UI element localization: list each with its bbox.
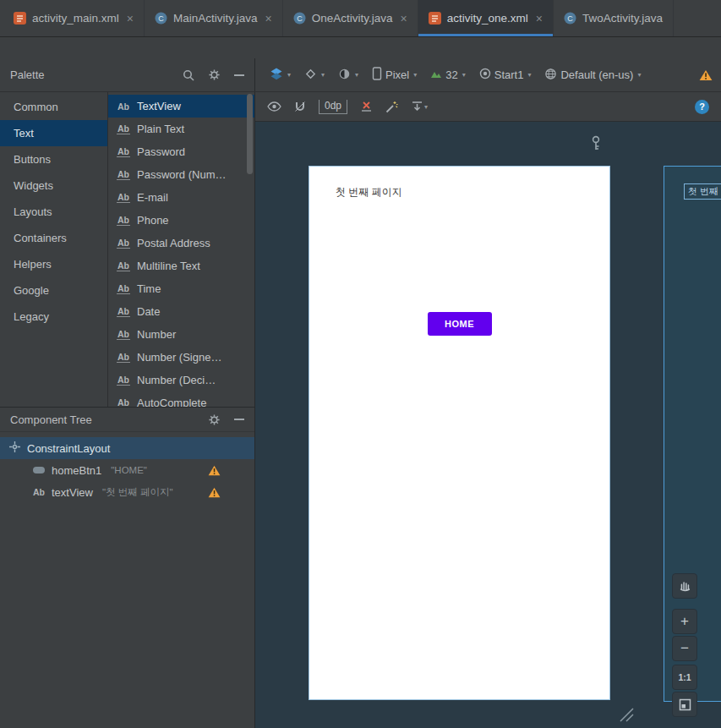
palette-item-time[interactable]: AbTime (108, 277, 254, 300)
minimize-icon[interactable] (234, 74, 244, 76)
palette-category-widgets[interactable]: Widgets (0, 172, 107, 199)
gear-icon[interactable] (209, 69, 220, 80)
warning-icon[interactable] (699, 69, 713, 81)
device-screen-canvas[interactable]: 첫 번째 페이지 HOME (309, 166, 610, 700)
palette-item-date[interactable]: AbDate (108, 300, 254, 323)
palette-category-text[interactable]: Text (0, 120, 107, 146)
api-level-icon (430, 68, 442, 81)
palette-item-label: Postal Address (137, 237, 210, 249)
component-tree: ConstraintLayout homeBtn1 "HOME" Ab text… (0, 432, 254, 728)
theme-icon (479, 68, 491, 82)
clear-constraints-icon[interactable] (360, 101, 373, 112)
textfield-icon: Ab (117, 215, 130, 226)
palette-category-containers[interactable]: Containers (0, 225, 107, 251)
header-row: Palette ▾ ▾ ▾ Pixel ▾ (0, 58, 721, 92)
palette-item-email[interactable]: AbE-mail (108, 186, 254, 209)
textfield-icon: Ab (117, 101, 130, 112)
design-surface[interactable]: 첫 번째 페이지 HOME 첫 번째 + − 1:1 (255, 122, 721, 728)
view-options-icon[interactable] (267, 101, 281, 112)
java-class-icon: C (564, 12, 576, 25)
textfield-icon: Ab (117, 169, 130, 180)
tab-label: activity_one.xml (447, 12, 528, 25)
textfield-icon: Ab (117, 329, 130, 340)
chevron-down-icon: ▾ (527, 71, 531, 79)
design-area: 0dp ▾ ? 첫 번째 페이지 HOME 첫 번째 + − (255, 92, 721, 728)
palette-category-common[interactable]: Common (0, 94, 107, 120)
orientation-selector[interactable]: ▾ (298, 65, 330, 85)
device-selector[interactable]: Pixel ▾ (366, 64, 423, 85)
tree-node-label: ConstraintLayout (27, 442, 110, 455)
tab-mainactivity-java[interactable]: C MainActivity.java × (145, 0, 283, 36)
close-icon[interactable]: × (265, 13, 272, 25)
palette-item-label: Number (Deci… (137, 374, 216, 386)
palette-item-number-signed[interactable]: AbNumber (Signe… (108, 346, 254, 369)
palette-item-number[interactable]: AbNumber (108, 323, 254, 346)
textfield-icon: Ab (117, 238, 130, 249)
palette-category-layouts[interactable]: Layouts (0, 199, 107, 225)
zoom-reset-button[interactable]: 1:1 (672, 665, 697, 690)
palette-category-buttons[interactable]: Buttons (0, 146, 107, 172)
zoom-out-button[interactable]: − (672, 636, 697, 661)
blueprint-textview[interactable]: 첫 번째 (684, 183, 721, 200)
default-margin-selector[interactable]: 0dp (319, 100, 347, 114)
chevron-down-icon: ▾ (355, 71, 358, 79)
locale-label: Default (en-us) (560, 68, 633, 81)
zoom-fit-button[interactable] (672, 692, 697, 717)
palette-item-label: E-mail (137, 191, 168, 204)
pack-align-icon[interactable]: ▾ (411, 101, 428, 112)
help-button[interactable]: ? (695, 100, 709, 114)
palette-scrollbar[interactable] (247, 94, 253, 174)
chevron-down-icon: ▾ (637, 71, 641, 79)
palette-item-phone[interactable]: AbPhone (108, 209, 254, 232)
palette-item-multiline-text[interactable]: AbMultiline Text (108, 255, 254, 277)
night-mode-selector[interactable]: ▾ (332, 65, 364, 85)
palette-item-label: AutoComplete (137, 397, 206, 407)
tab-activity-main-xml[interactable]: activity_main.xml × (3, 0, 145, 36)
palette-item-password-numeric[interactable]: AbPassword (Num… (108, 163, 254, 186)
palette-item-password[interactable]: AbPassword (108, 140, 254, 163)
pan-hand-button[interactable] (672, 573, 697, 599)
resize-handle[interactable] (615, 703, 634, 725)
tree-node-textview[interactable]: Ab textView "첫 번째 페이지" (0, 481, 254, 503)
palette-item-label: Number (Signe… (137, 351, 221, 364)
palette-item-textview[interactable]: AbTextView (108, 95, 254, 118)
tab-label: OneActivity.java (312, 12, 393, 25)
surface-selector[interactable]: ▾ (264, 64, 297, 85)
layers-icon (270, 67, 283, 83)
warning-icon (208, 465, 221, 476)
close-icon[interactable]: × (127, 13, 134, 25)
tab-label: MainActivity.java (173, 12, 258, 25)
palette-item-autocomplete[interactable]: AbAutoComplete (108, 391, 254, 407)
palette-item-plain-text[interactable]: AbPlain Text (108, 118, 254, 140)
tab-activity-one-xml[interactable]: activity_one.xml × (418, 0, 554, 36)
zoom-in-button[interactable]: + (672, 609, 697, 634)
close-icon[interactable]: × (536, 13, 543, 25)
autoconnect-icon[interactable] (294, 101, 306, 112)
locale-selector[interactable]: Default (en-us) ▾ (538, 65, 647, 85)
infer-constraints-icon[interactable] (385, 101, 398, 113)
tab-oneactivity-java[interactable]: C OneActivity.java × (283, 0, 418, 36)
canvas-textview[interactable]: 첫 번째 페이지 (336, 185, 402, 200)
gear-icon[interactable] (209, 414, 220, 425)
tree-node-homebtn1[interactable]: homeBtn1 "HOME" (0, 459, 254, 481)
tab-label: activity_main.xml (32, 12, 119, 25)
tree-node-constraintlayout[interactable]: ConstraintLayout (0, 437, 254, 459)
api-level-selector[interactable]: 32 ▾ (424, 66, 471, 84)
palette-item-number-decimal[interactable]: AbNumber (Deci… (108, 369, 254, 391)
tab-twoactivity-java[interactable]: C TwoActivity.java (554, 0, 674, 36)
palette-item-postal-address[interactable]: AbPostal Address (108, 232, 254, 255)
minimize-icon[interactable] (234, 419, 244, 420)
chevron-down-icon: ▾ (413, 71, 417, 79)
theme-selector[interactable]: Start1 ▾ (473, 65, 538, 85)
night-mode-icon (338, 68, 351, 83)
palette-item-label: Password (Num… (137, 168, 226, 181)
palette-item-label: Number (137, 328, 176, 341)
close-icon[interactable]: × (400, 13, 407, 25)
palette-title: Palette (10, 68, 44, 81)
search-icon[interactable] (183, 69, 194, 81)
palette-category-legacy[interactable]: Legacy (0, 304, 107, 330)
palette-category-google[interactable]: Google (0, 277, 107, 304)
key-icon[interactable] (591, 135, 601, 155)
canvas-home-button[interactable]: HOME (428, 312, 492, 336)
palette-category-helpers[interactable]: Helpers (0, 251, 107, 277)
